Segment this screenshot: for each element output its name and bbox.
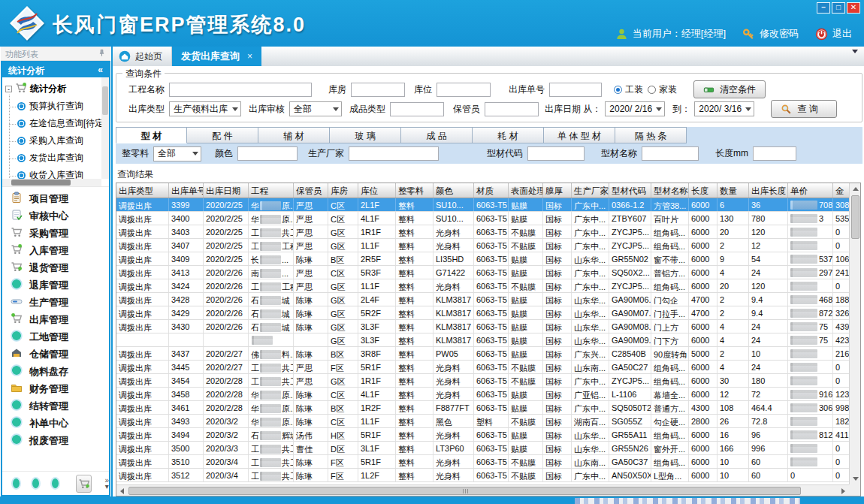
table-row[interactable]: 调拨出库34452020/2/27工共工程严思F区5R1F整料光身料6063-T…	[116, 361, 849, 374]
column-header[interactable]: 型材代码	[609, 183, 651, 198]
column-header[interactable]: 工程	[249, 183, 294, 198]
table-row[interactable]: G区3L3F整料KLM38176063-T5贴膜国标山东华...GA90M09.…	[116, 333, 849, 347]
tab-shipping-outbound-query[interactable]: 发货出库查询 ×	[172, 47, 261, 66]
clear-conditions-button[interactable]: 清空条件	[693, 80, 766, 98]
whole-part-select[interactable]: 全部	[153, 146, 201, 161]
change-password[interactable]: 修改密码	[742, 27, 799, 41]
sidebar-menu-item[interactable]: 仓储管理	[2, 346, 109, 363]
grid-horizontal-scrollbar[interactable]	[116, 484, 849, 496]
warehouse-input[interactable]	[351, 83, 405, 97]
tree-expander-icon[interactable]: -	[5, 86, 12, 92]
table-row[interactable]: 调拨出库34372020/2/27佛料...陈琳B区3R8F整料PW056063…	[116, 347, 849, 361]
table-row[interactable]: 调拨出库34932020/3/2华原...陈琳C区1L1F整料黑色塑料不贴膜国标…	[116, 415, 849, 428]
tree-item[interactable]: 发货出库查询	[5, 149, 100, 167]
column-header[interactable]: 膜厚	[543, 183, 572, 198]
tree-horizontal-scrollbar[interactable]	[2, 179, 101, 186]
table-row[interactable]: 调拨出库34612020/2/28华原...陈琳B区1R2F整料F8877FT6…	[116, 401, 849, 415]
sidebar-section-header[interactable]: 统计分析 «	[2, 62, 109, 77]
close-button[interactable]: ✕	[847, 2, 860, 14]
column-header[interactable]: 金	[833, 183, 849, 198]
audit-select[interactable]: 全部	[289, 101, 342, 116]
material-tab[interactable]: 辅 材	[258, 127, 330, 143]
table-row[interactable]: 调拨出库34032020/2/25工共工程严思G区1R1F整料光身料6063-T…	[116, 225, 849, 239]
table-row[interactable]: 调拨出库34002020/2/25华原...严思C区4L1F整料SU10...6…	[116, 212, 849, 225]
scrollbar-thumb[interactable]	[128, 487, 801, 495]
table-row[interactable]: 调拨出库34242020/2/26工工程严思G区1L1F整料光身料6063-T5…	[116, 279, 849, 293]
maximize-button[interactable]: □	[832, 2, 845, 14]
order-no-input[interactable]	[549, 83, 602, 97]
table-row[interactable]: 调拨出库34302020/2/26石城陈琳G区3L3F整料KLM38176063…	[116, 320, 849, 333]
sidebar-menu-item[interactable]: 结转管理	[2, 397, 109, 415]
material-tab[interactable]: 玻 璃	[330, 127, 401, 143]
factory-input[interactable]	[349, 146, 439, 161]
radio-gongzhuang[interactable]: 工装	[614, 83, 643, 96]
table-row[interactable]: 调拨出库34132020/2/26南...严思C区5R3F整料G71422606…	[116, 266, 849, 279]
column-header[interactable]: 出库单号	[169, 183, 204, 198]
tab-home[interactable]: 起始页	[113, 47, 172, 66]
scrollbar-thumb[interactable]	[102, 86, 108, 115]
sidebar-menu-item[interactable]: 退库管理	[2, 276, 109, 294]
column-header[interactable]: 出库长度	[749, 183, 788, 198]
date-from-picker[interactable]: 2020/ 2/16	[605, 101, 665, 116]
sidebar-menu-item[interactable]: 生产管理	[2, 294, 109, 311]
radio-unselected-icon[interactable]	[648, 86, 656, 94]
tab-close-icon[interactable]: ×	[247, 51, 252, 62]
table-row[interactable]: 调拨出库34292020/2/26石城陈琳G区5R2F整料KLM38176063…	[116, 306, 849, 320]
sidebar-menu-item[interactable]: 报废管理	[2, 432, 109, 449]
toolbar-overflow-button[interactable]: » ▾	[104, 478, 109, 490]
column-header[interactable]: 表面处理	[509, 183, 543, 198]
sidebar-menu-item[interactable]: 审核中心	[2, 207, 109, 225]
length-input[interactable]	[753, 146, 796, 161]
out-type-select[interactable]: 生产领料出库	[169, 101, 241, 116]
column-header[interactable]: 型材名称	[651, 183, 689, 198]
column-header[interactable]: 生产厂家	[572, 183, 609, 198]
column-header[interactable]: 出库日期	[204, 183, 249, 198]
sidebar-menu-item[interactable]: 入库管理	[2, 242, 109, 259]
tree-root[interactable]: - 统计分析	[5, 80, 100, 98]
profile-code-input[interactable]	[527, 146, 585, 161]
table-row[interactable]: 调拨出库34282020/2/26石城陈琳G区2L4F整料KLM38176063…	[116, 293, 849, 306]
material-tab[interactable]: 成 品	[401, 127, 473, 143]
column-header[interactable]: 保管员	[294, 183, 328, 198]
table-row[interactable]: 调拨出库34072020/2/25工工程严思G区1L1F整料光身料6063-T5…	[116, 239, 849, 252]
search-button[interactable]: 查 询	[771, 100, 837, 118]
tree-item[interactable]: 预算执行查询	[5, 98, 100, 115]
material-tab[interactable]: 耗 材	[473, 127, 544, 143]
sidebar-menu-item[interactable]: 项目管理	[2, 190, 109, 207]
sidebar-menu-item[interactable]: 物料盘存	[2, 363, 109, 380]
keeper-input[interactable]	[485, 102, 539, 116]
table-row[interactable]: 调拨出库34942020/3/2石辉城汤伟H区5R1F整料光身料6063-T5贴…	[116, 428, 849, 442]
collapse-icon[interactable]: «	[98, 65, 103, 77]
column-header[interactable]: 长度	[689, 183, 717, 198]
column-header[interactable]: 颜色	[434, 183, 474, 198]
scroll-left-arrow[interactable]	[116, 485, 128, 496]
table-row[interactable]: 调拨出库34582020/2/28华原...陈琳C区4L1F整料光身料6063-…	[116, 388, 849, 401]
sidebar-menu-item[interactable]: 工地管理	[2, 328, 109, 346]
material-tab[interactable]: 单 体 型 材	[544, 127, 615, 143]
tab-list-dropdown-icon[interactable]	[852, 53, 858, 60]
grid-vertical-scrollbar[interactable]	[849, 183, 860, 484]
tree-vertical-scrollbar[interactable]	[101, 77, 109, 179]
radio-jiazhuang[interactable]: 家装	[648, 83, 677, 96]
column-header[interactable]: 整零料	[396, 183, 434, 198]
material-tab[interactable]: 隔 热 条	[615, 127, 687, 143]
column-header[interactable]: 库位	[358, 183, 396, 198]
column-header[interactable]: 材质	[474, 183, 509, 198]
profile-name-input[interactable]	[642, 146, 699, 161]
scroll-down-arrow[interactable]	[850, 473, 861, 484]
radio-selected-icon[interactable]	[614, 86, 622, 94]
column-header[interactable]: 数量	[717, 183, 749, 198]
sidebar-menu-item[interactable]: 财务管理	[2, 380, 109, 397]
sidebar-menu-item[interactable]: 退货管理	[2, 259, 109, 276]
tree-item[interactable]: 在途信息查询[待定]	[5, 115, 100, 132]
table-row[interactable]: 调拨出库35002020/3/3工共工程曹佳D区3L1F整料LT3P606063…	[116, 442, 849, 455]
column-header[interactable]: 库房	[328, 183, 358, 198]
logout[interactable]: 退出	[815, 27, 852, 41]
location-input[interactable]	[437, 83, 491, 97]
table-row[interactable]: 调拨出库35122020/3/4工共工程陈琳F区1L2F整料光身料6063-T5…	[116, 469, 849, 482]
material-tab[interactable]: 型 材	[116, 127, 187, 143]
minimize-button[interactable]: –	[817, 2, 830, 14]
circle-icon[interactable]	[52, 478, 59, 488]
column-header[interactable]: 单价	[788, 183, 833, 198]
circle-icon[interactable]	[13, 478, 20, 488]
